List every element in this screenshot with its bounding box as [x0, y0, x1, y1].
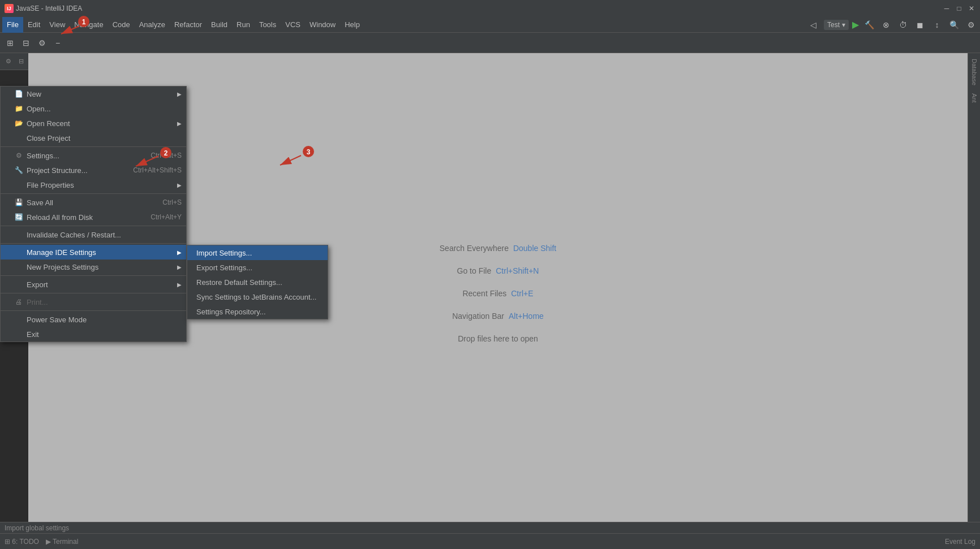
coverage-button[interactable]: ⊗ [879, 18, 893, 32]
menu-item-run[interactable]: Run [232, 17, 255, 33]
event-log-link[interactable]: Event Log [945, 538, 975, 546]
settings-button[interactable]: ⚙ [964, 18, 978, 32]
file-menu-new-projects[interactable]: New Projects Settings ▶ [1, 260, 186, 274]
run-config-selector[interactable]: Test ▾ [824, 20, 849, 30]
menu-item-file[interactable]: File [2, 17, 23, 33]
file-menu-open-recent[interactable]: 📂 Open Recent ▶ [1, 116, 186, 131]
search-everywhere-text: Search Everywhere [440, 244, 509, 253]
main-container: 1: Project 2: Structure ⊞ ★ ⚙ ⊟ ≡ − Sear… [0, 53, 980, 533]
status-bar-right: Event Log [945, 538, 975, 546]
project-structure-btn[interactable]: ⊞ [3, 36, 17, 50]
export-arrow: ▶ [177, 282, 182, 288]
print-icon: 🖨 [14, 298, 23, 306]
run-button[interactable]: ▶ [852, 19, 859, 30]
file-menu-export[interactable]: Export ▶ [1, 277, 186, 292]
file-menu-save-all[interactable]: 💾 Save All Ctrl+S [1, 195, 186, 210]
goto-file-text: Go to File [457, 266, 492, 275]
layout-btn[interactable]: ⊟ [19, 36, 33, 50]
menu-item-analyze[interactable]: Analyze [135, 17, 170, 33]
submenu-import-settings[interactable]: Import Settings... [187, 245, 328, 260]
database-tab[interactable]: Database [970, 55, 979, 89]
file-menu-new[interactable]: 📄 New ▶ [1, 87, 186, 101]
reload-shortcut: Ctrl+Alt+Y [151, 213, 182, 221]
settings-shortcut: Ctrl+Alt+S [151, 152, 182, 159]
terminal-tab[interactable]: ▶ Terminal [46, 538, 78, 546]
todo-tab[interactable]: ⊞ 6: TODO [5, 538, 39, 546]
file-menu-manage-ide[interactable]: Manage IDE Settings ▶ [1, 245, 186, 260]
ep-layout-btn[interactable]: ⊟ [16, 57, 26, 67]
new-icon: 📄 [14, 90, 23, 98]
profile-button[interactable]: ⏱ [896, 18, 910, 32]
open-recent-arrow: ▶ [177, 120, 182, 127]
maximize-button[interactable]: □ [955, 5, 963, 12]
submenu-sync-settings[interactable]: Sync Settings to JetBrains Account... [187, 289, 328, 304]
import-global-settings-hint: Import global settings [5, 524, 69, 532]
file-menu-reload[interactable]: 🔄 Reload All from Disk Ctrl+Alt+Y [1, 210, 186, 224]
search-everywhere-button[interactable]: 🔍 [947, 18, 961, 32]
manage-ide-submenu: Import Settings... Export Settings... Re… [187, 245, 328, 319]
drop-files-text: Drop files here to open [458, 334, 538, 343]
build-button[interactable]: 🔨 [862, 18, 876, 32]
file-properties-arrow: ▶ [177, 182, 182, 188]
settings-toolbar-btn[interactable]: ⚙ [35, 36, 49, 50]
open-icon: 📁 [14, 105, 23, 113]
search-everywhere-shortcut: Double Shift [513, 244, 556, 253]
recent-files-text: Recent Files [462, 289, 506, 298]
recent-files-shortcut: Ctrl+E [511, 289, 533, 298]
menu-item-code[interactable]: Code [108, 17, 135, 33]
menu-bar-right: ◁ Test ▾ ▶ 🔨 ⊗ ⏱ ◼ ↕ 🔍 ⚙ [807, 18, 978, 32]
menu-item-vcs[interactable]: VCS [281, 17, 305, 33]
minimize-toolbar-btn[interactable]: − [51, 36, 65, 50]
menu-item-help[interactable]: Help [340, 17, 364, 33]
menu-item-window[interactable]: Window [305, 17, 340, 33]
menu-item-build[interactable]: Build [207, 17, 232, 33]
back-button[interactable]: ◁ [807, 18, 820, 32]
goto-file-shortcut: Ctrl+Shift+N [496, 266, 539, 275]
project-structure-icon: 🔧 [14, 166, 23, 174]
status-bar: ⊞ 6: TODO ▶ Terminal Event Log [0, 533, 980, 549]
file-menu-print[interactable]: 🖨 Print... [1, 295, 186, 309]
app-logo: IJ [5, 4, 14, 13]
stop-button[interactable]: ◼ [913, 18, 927, 32]
menu-item-edit[interactable]: Edit [23, 17, 45, 33]
menu-item-view[interactable]: View [45, 17, 70, 33]
file-menu-power-save[interactable]: Power Save Mode [1, 312, 186, 327]
submenu-restore-defaults[interactable]: Restore Default Settings... [187, 275, 328, 289]
separator-1 [1, 146, 186, 147]
file-menu-file-properties[interactable]: File Properties ▶ [1, 178, 186, 192]
hint-drop-files: Drop files here to open [458, 334, 538, 343]
hint-goto-file: Go to File Ctrl+Shift+N [457, 266, 539, 275]
right-sidebar: Database Ant [968, 53, 980, 533]
file-menu: 📄 New ▶ 📁 Open... 📂 Open Recent ▶ Close … [0, 86, 187, 342]
file-menu-invalidate-caches[interactable]: Invalidate Caches / Restart... [1, 227, 186, 242]
git-button[interactable]: ↕ [930, 18, 944, 32]
ant-tab[interactable]: Ant [970, 90, 979, 106]
menu-bar: File Edit View Navigate Code Analyze Ref… [0, 17, 980, 33]
file-menu-settings[interactable]: ⚙ Settings... Ctrl+Alt+S [1, 148, 186, 163]
title-bar-left: IJ JavaSE - IntelliJ IDEA [5, 4, 82, 13]
ep-gear-btn[interactable]: ⚙ [3, 57, 14, 67]
separator-7 [1, 310, 186, 311]
project-structure-shortcut: Ctrl+Alt+Shift+S [133, 166, 182, 174]
menu-item-tools[interactable]: Tools [255, 17, 281, 33]
menu-item-navigate[interactable]: Navigate [70, 17, 108, 33]
open-recent-icon: 📂 [14, 119, 23, 127]
submenu-settings-repository[interactable]: Settings Repository... [187, 304, 328, 319]
separator-5 [1, 275, 186, 276]
hint-navigation-bar: Navigation Bar Alt+Home [452, 312, 544, 321]
separator-2 [1, 193, 186, 194]
file-menu-close-project[interactable]: Close Project [1, 131, 186, 145]
navigation-bar-text: Navigation Bar [452, 312, 504, 321]
run-config-label: Test [827, 21, 840, 29]
file-menu-exit[interactable]: Exit [1, 327, 186, 341]
separator-3 [1, 226, 186, 226]
close-button[interactable]: ✕ [968, 5, 975, 12]
submenu-export-settings[interactable]: Export Settings... [187, 260, 328, 275]
file-menu-open[interactable]: 📁 Open... [1, 101, 186, 116]
title-bar: IJ JavaSE - IntelliJ IDEA ─ □ ✕ [0, 0, 980, 17]
menu-item-refactor[interactable]: Refactor [170, 17, 207, 33]
run-config-arrow: ▾ [842, 21, 845, 29]
file-menu-project-structure[interactable]: 🔧 Project Structure... Ctrl+Alt+Shift+S [1, 163, 186, 178]
reload-icon: 🔄 [14, 213, 23, 221]
minimize-button[interactable]: ─ [943, 5, 951, 12]
